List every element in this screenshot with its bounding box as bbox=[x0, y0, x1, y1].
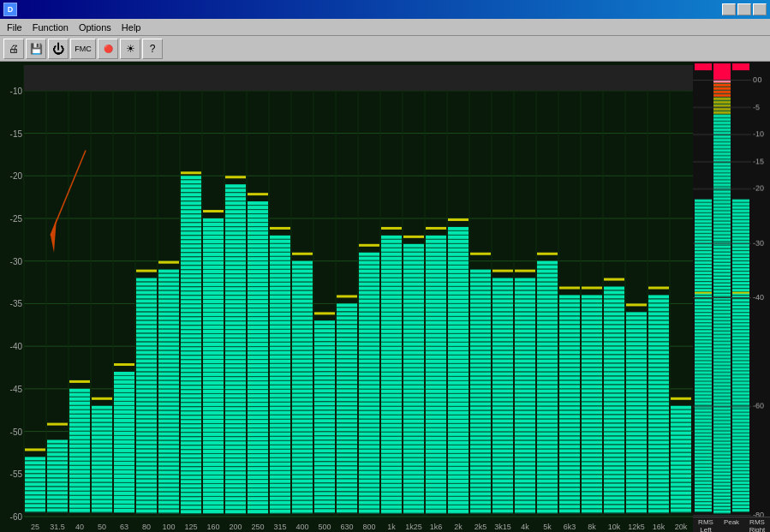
toolbar-help[interactable]: ? bbox=[142, 39, 163, 59]
peak-label: Peak bbox=[719, 519, 744, 530]
title-bar: D bbox=[0, 0, 770, 19]
toolbar-brightness[interactable]: ☀ bbox=[120, 39, 140, 59]
toolbar-rec[interactable]: 🔴 bbox=[98, 39, 118, 59]
spectrum-area bbox=[0, 62, 693, 532]
right-meter-canvas bbox=[693, 62, 770, 517]
title-bar-left: D bbox=[3, 3, 21, 16]
menu-function[interactable]: Function bbox=[27, 21, 74, 34]
title-bar-controls[interactable] bbox=[722, 3, 767, 15]
main-content: RMSLeft Peak RMSRight bbox=[0, 62, 770, 532]
meter-labels-bottom: RMSLeft Peak RMSRight bbox=[693, 517, 770, 532]
close-button[interactable] bbox=[753, 3, 767, 15]
maximize-button[interactable] bbox=[737, 3, 751, 15]
spectrum-canvas bbox=[0, 62, 693, 532]
menu-bar: File Function Options Help bbox=[0, 19, 770, 36]
toolbar-power[interactable]: ⏻ bbox=[48, 39, 69, 59]
toolbar: 🖨 💾 ⏻ FMC 🔴 ☀ ? bbox=[0, 36, 770, 62]
menu-file[interactable]: File bbox=[2, 21, 27, 34]
rms-left-label: RMSLeft bbox=[693, 519, 719, 530]
right-panel: RMSLeft Peak RMSRight bbox=[693, 62, 770, 532]
minimize-button[interactable] bbox=[722, 3, 736, 15]
menu-options[interactable]: Options bbox=[74, 21, 116, 34]
toolbar-save[interactable]: 💾 bbox=[26, 39, 46, 59]
toolbar-print[interactable]: 🖨 bbox=[3, 39, 24, 59]
rms-right-label: RMSRight bbox=[744, 519, 770, 530]
menu-help[interactable]: Help bbox=[116, 21, 146, 34]
toolbar-fmc[interactable]: FMC bbox=[70, 39, 96, 59]
app-icon: D bbox=[3, 3, 17, 16]
